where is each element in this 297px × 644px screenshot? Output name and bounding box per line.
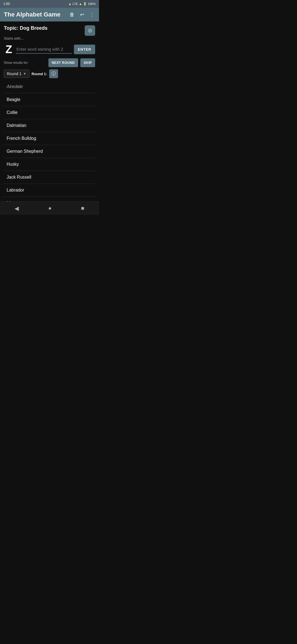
info-button[interactable]: ⓘ	[49, 69, 58, 78]
app-bar: The Alphabet Game 🗑 ↩ ⋮	[0, 8, 99, 21]
starts-with-label: Starts with...	[4, 36, 95, 40]
list-item: Collie	[4, 106, 95, 119]
nav-bar: ◀ ● ■	[0, 201, 99, 215]
round-selected-value: Round 1	[7, 72, 21, 76]
wifi-icon: ▲	[68, 2, 72, 6]
list-item: French Bulldog	[4, 132, 95, 145]
back-button[interactable]: ◀	[9, 203, 24, 214]
lte-label: LTE	[73, 2, 78, 6]
app-title: The Alphabet Game	[4, 11, 61, 18]
home-button[interactable]: ●	[43, 203, 57, 214]
breeds-list: AiredaleBeagleCollieDalmatianFrench Bull…	[4, 80, 95, 215]
round-row: Round 1 ▼ Round 1: ⓘ	[4, 69, 95, 78]
list-item: Husky	[4, 158, 95, 171]
list-item: Airedale	[4, 80, 95, 93]
word-input[interactable]	[16, 45, 72, 54]
list-item: Labrador	[4, 184, 95, 197]
recent-button[interactable]: ■	[75, 203, 90, 214]
skip-button[interactable]: SKIP	[80, 58, 95, 67]
next-round-button[interactable]: NEXT ROUND	[48, 58, 78, 67]
status-icons: ▲ LTE ▲ 🔋 100%	[68, 2, 96, 6]
round-selector[interactable]: Round 1 ▼	[4, 70, 29, 78]
round-label: Round 1:	[32, 72, 47, 76]
app-bar-actions: 🗑 ↩ ⋮	[69, 11, 95, 18]
topic-row: Topic: Dog Breeds ⊙	[4, 25, 95, 36]
list-item: Beagle	[4, 93, 95, 106]
topic-label: Topic: Dog Breeds	[4, 25, 48, 31]
status-bar: 1:00 ▲ LTE ▲ 🔋 100%	[0, 0, 99, 8]
content-area: Topic: Dog Breeds ⊙ Starts with... Z ENT…	[0, 21, 99, 215]
round-buttons: NEXT ROUND SKIP	[48, 58, 95, 67]
battery-icon: 🔋	[83, 2, 87, 6]
current-letter: Z	[4, 43, 14, 56]
input-row: Z ENTER	[4, 43, 95, 56]
list-item: German Shepherd	[4, 145, 95, 158]
chevron-down-icon: ▼	[23, 72, 26, 76]
more-options-button[interactable]: ⋮	[89, 11, 95, 18]
info-icon: ⓘ	[51, 71, 56, 77]
undo-button[interactable]: ↩	[79, 11, 85, 18]
signal-icon: ▲	[79, 2, 82, 6]
help-button[interactable]: ⊙	[85, 25, 95, 36]
delete-button[interactable]: 🗑	[69, 11, 75, 18]
list-item: Dalmatian	[4, 119, 95, 132]
controls-row: Show results for: NEXT ROUND SKIP	[4, 58, 95, 67]
list-item: Jack Russell	[4, 171, 95, 184]
help-icon: ⊙	[88, 28, 92, 34]
show-results-label: Show results for:	[4, 61, 28, 65]
enter-button[interactable]: ENTER	[74, 45, 95, 54]
status-time: 1:00	[3, 2, 10, 6]
battery-label: 100%	[88, 2, 96, 6]
